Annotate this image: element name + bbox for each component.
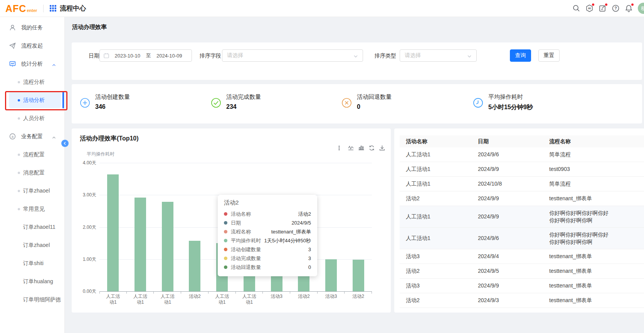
x-tick-label: 活动2	[290, 294, 318, 305]
sidebar-item-business-config[interactable]: a 业务配置	[0, 127, 64, 145]
sidebar-item-order-zhaoel11[interactable]: 订单zhaoel11	[0, 218, 64, 236]
svg-text:?: ?	[614, 6, 617, 10]
cell-activity-name: 人工活动1	[400, 213, 472, 220]
sidebar-item-my-tasks[interactable]: 我的任务	[0, 19, 64, 37]
bar[interactable]	[135, 198, 146, 291]
date-range-input[interactable]: 2023-10-10 至 2024-10-09	[99, 49, 192, 62]
cell-process-name: 你好啊你好啊你好啊你好 你好啊你好啊你啊	[543, 210, 644, 224]
search-icon[interactable]	[572, 4, 580, 12]
bar-slot	[99, 163, 127, 291]
stat-value: 0	[357, 103, 392, 110]
cell-activity-name: 活动2	[400, 195, 472, 202]
refresh-icon[interactable]	[368, 145, 375, 151]
tooltip-row: 日期 2024/9/5	[224, 218, 311, 227]
chevron-down-icon	[353, 53, 358, 58]
chart-card: 活动办理效率(Top10) 平均操作耗时 4.00天3.00天2.00天1.00…	[72, 128, 391, 313]
stat-label: 活动回退数量	[357, 93, 392, 101]
app-header: AFC enter 流程中心 AI ? 租	[0, 0, 644, 17]
sidebar-item-process-config[interactable]: 流程配置	[0, 145, 64, 164]
sidebar-item-order-hualang[interactable]: 订单hualang	[0, 272, 64, 291]
table-row: 人工活动1 2024/9/6 你好啊你好啊你好啊你好 你好啊你好啊你啊	[400, 228, 644, 249]
bell-icon[interactable]	[625, 4, 633, 12]
clock-icon	[473, 98, 483, 108]
bullet-icon	[18, 208, 20, 210]
tooltip-label: 活动回退数量	[231, 264, 261, 271]
tooltip-label: 活动完成数量	[231, 255, 261, 262]
cell-activity-name: 人工活动1	[400, 151, 472, 158]
sidebar-item-order-shiti[interactable]: 订单shiti	[0, 254, 64, 272]
table-row: 人工活动1 2024/9/9 你好啊你好啊你好啊你好 你好啊你好啊你啊	[400, 206, 644, 228]
y-tick-label: 1.00天	[73, 256, 96, 262]
tooltip-label: 活动名称	[231, 211, 251, 218]
help-icon[interactable]: ?	[612, 4, 620, 12]
svg-text:a: a	[12, 135, 13, 139]
search-button[interactable]: 查询	[510, 49, 531, 62]
bar-slot	[181, 163, 209, 291]
sidebar-item-message-config[interactable]: 消息配置	[0, 164, 64, 182]
date-end-value[interactable]: 2024-10-09	[151, 53, 188, 59]
ai-assistant-icon[interactable]: AI	[585, 4, 594, 12]
sidebar-item-order-zhaoel[interactable]: 订单zhaoel	[0, 182, 64, 200]
sidebar-item-label: 业务配置	[21, 133, 43, 140]
sidebar-item-order-zhaoel-2[interactable]: 订单zhaoel	[0, 236, 64, 254]
bar[interactable]	[107, 174, 119, 291]
bar[interactable]	[189, 241, 200, 291]
cell-activity-name: 人工活动1	[400, 235, 472, 242]
cell-date: 2024/9/9	[472, 213, 543, 220]
sidebar-collapse-button[interactable]	[61, 140, 69, 147]
sidebar-item-order-detail[interactable]: 订单明细阿萨德	[0, 291, 64, 309]
compose-icon[interactable]	[599, 4, 607, 12]
stat-label: 平均操作耗时	[488, 93, 533, 101]
y-tick-label: 3.00天	[73, 192, 96, 198]
more-icon[interactable]	[337, 145, 344, 151]
avatar[interactable]: 租	[638, 3, 644, 14]
main-content: 活动办理效率 日期 2023-10-10 至 2024-10-09 排序字段 请…	[65, 17, 644, 333]
stat-rollback: 活动回退数量 0	[341, 93, 392, 110]
cell-process-name: 简单流程	[543, 151, 644, 158]
logo-subtext: enter	[27, 8, 37, 14]
tooltip-value: testtenant_绑表单	[271, 228, 311, 235]
y-axis-name: 平均操作耗时	[87, 151, 114, 157]
sidebar-item-label: 人员分析	[23, 115, 45, 122]
bar[interactable]	[325, 259, 337, 291]
sidebar-item-label: 我的任务	[21, 24, 43, 31]
bar[interactable]	[162, 202, 173, 291]
sidebar-item-label: 常用意见	[23, 206, 45, 213]
cell-date: 2024/9/9	[472, 195, 543, 202]
sidebar-item-statistics[interactable]: 统计分析	[0, 55, 64, 73]
line-chart-icon[interactable]	[348, 145, 354, 151]
reset-button[interactable]: 重置	[538, 49, 560, 62]
tooltip-value: 1天5小时44分钟50秒	[264, 237, 311, 244]
y-tick-label: 0.00天	[73, 288, 96, 295]
sidebar-item-label: 流程发起	[21, 42, 43, 49]
svg-text:AI: AI	[588, 7, 591, 10]
sort-type-label: 排序类型	[375, 49, 396, 62]
chevron-up-icon	[52, 135, 56, 139]
series-dot-icon	[224, 265, 227, 269]
sidebar-item-common-opinions[interactable]: 常用意见	[0, 200, 64, 218]
sidebar-item-process-analysis[interactable]: 流程分析	[0, 73, 64, 91]
cell-activity-name: 活动2	[400, 267, 472, 275]
bar[interactable]	[353, 260, 364, 291]
bar-slot	[345, 163, 372, 291]
bar-chart-icon[interactable]	[358, 145, 365, 151]
cell-date: 2024/9/5	[472, 267, 543, 275]
plus-circle-icon	[80, 98, 90, 108]
stat-avg-time: 平均操作耗时 5小时15分钟9秒	[473, 93, 533, 112]
chevron-down-icon	[467, 53, 472, 58]
x-tick-label: 人工活 动1	[154, 294, 181, 305]
table-body: 人工活动1 2024/9/6 简单流程 人工活动1 2024/9/9 test0…	[400, 147, 644, 308]
chart-tooltip: 活动2 活动名称 活动2 日期 2024/9/5	[218, 195, 317, 276]
stat-value: 5小时15分钟9秒	[488, 103, 533, 112]
cell-process-name: testtenant_绑表单	[543, 267, 644, 275]
bullet-icon	[18, 154, 20, 156]
cell-date: 2024/9/4	[472, 253, 543, 260]
download-icon[interactable]	[379, 145, 385, 151]
sidebar-item-activity-analysis[interactable]: 活动分析	[0, 91, 64, 109]
sidebar-item-process-start[interactable]: 流程发起	[0, 37, 64, 55]
sort-type-select[interactable]: 请选择	[400, 49, 477, 62]
sort-field-select[interactable]: 请选择	[222, 49, 363, 62]
sidebar-item-personnel-analysis[interactable]: 人员分析	[0, 109, 64, 127]
page-title: 活动办理效率	[72, 24, 107, 31]
date-start-value[interactable]: 2023-10-10	[109, 53, 146, 59]
